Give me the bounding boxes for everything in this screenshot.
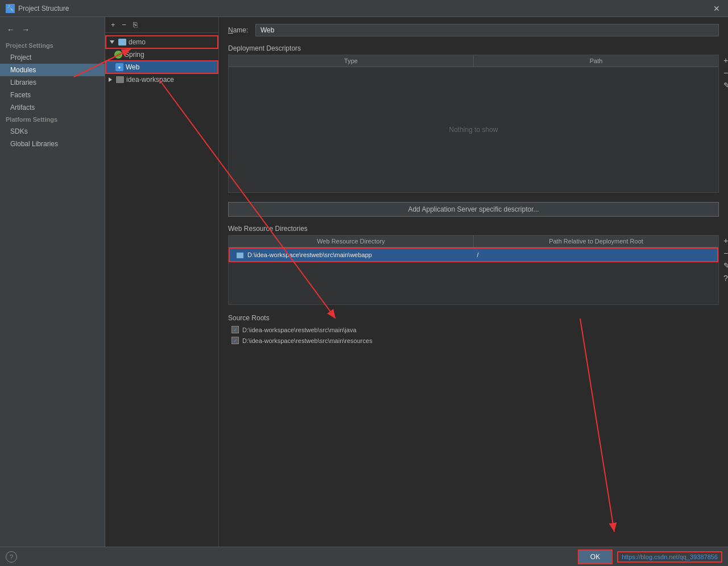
wr-dir-header: Web Resource Directory — [229, 236, 474, 247]
expand-icon-idea-workspace — [109, 77, 112, 82]
source-checkbox-0[interactable] — [231, 326, 239, 333]
sidebar-item-modules[interactable]: Modules — [0, 64, 105, 76]
wr-edit-button[interactable]: ✎ — [722, 260, 728, 271]
nav-toolbar: ← → — [0, 22, 105, 38]
tree-item-spring[interactable]: 🌿 Spring — [105, 49, 218, 60]
left-panel: ← → Project Settings Project Modules Lib… — [0, 17, 105, 566]
right-panel: Name: Deployment Descriptors Type Path N… — [219, 17, 728, 566]
title-bar: 🔧 Project Structure ✕ — [0, 0, 728, 17]
wr-cell-path: / — [474, 250, 714, 259]
source-roots-title: Source Roots — [228, 314, 719, 322]
source-checkbox-1[interactable] — [231, 337, 239, 344]
spring-icon: 🌿 — [114, 51, 122, 59]
wr-table-header: Web Resource Directory Path Relative to … — [229, 236, 718, 247]
name-label: Name: — [228, 26, 251, 34]
bottom-bar: ? OK https://blog.csdn.net/qq_39387856 — [0, 547, 728, 566]
tree-item-web-label: Web — [126, 63, 139, 71]
sidebar-item-sdks[interactable]: SDKs — [0, 125, 105, 138]
module-tree: demo 🌿 Spring ● Web idea-workspace — [105, 33, 218, 566]
wr-side-buttons: + − ✎ ? — [722, 235, 728, 284]
dd-type-header: Type — [229, 55, 474, 67]
sidebar-item-facets[interactable]: Facets — [0, 89, 105, 101]
wr-row-0[interactable]: D:\idea-workspace\restweb\src\main\webap… — [229, 247, 718, 262]
tree-item-idea-workspace-label: idea-workspace — [126, 76, 174, 84]
sidebar-item-artifacts[interactable]: Artifacts — [0, 101, 105, 114]
dd-add-button[interactable]: + — [722, 55, 728, 66]
window-title: Project Structure — [18, 5, 69, 13]
dd-edit-button[interactable]: ✎ — [722, 80, 728, 91]
folder-icon-idea-workspace — [116, 76, 124, 83]
add-descriptor-button[interactable]: Add Application Server specific descript… — [228, 202, 719, 217]
tree-item-web[interactable]: ● Web — [105, 60, 218, 74]
tree-item-demo-label: demo — [129, 38, 146, 46]
wr-body: D:\idea-workspace\restweb\src\main\webap… — [229, 247, 718, 304]
remove-module-button[interactable]: − — [120, 19, 129, 30]
sidebar-item-libraries[interactable]: Libraries — [0, 76, 105, 89]
deployment-descriptors-table: Type Path Nothing to show — [228, 55, 719, 193]
name-input[interactable] — [255, 24, 719, 36]
wr-table: Web Resource Directory Path Relative to … — [228, 235, 719, 305]
url-text: https://blog.csdn.net/qq_39387856 — [617, 551, 722, 563]
wr-folder-icon — [237, 253, 243, 258]
ok-button[interactable]: OK — [578, 550, 613, 564]
tree-item-demo[interactable]: demo — [105, 35, 218, 49]
wr-cell-dir: D:\idea-workspace\restweb\src\main\webap… — [233, 250, 474, 259]
deployment-descriptors-title: Deployment Descriptors — [228, 44, 719, 52]
folder-icon-demo — [118, 39, 126, 46]
dd-side-buttons: + − ✎ — [722, 55, 728, 91]
wr-dir-value: D:\idea-workspace\restweb\src\main\webap… — [247, 251, 372, 258]
deployment-descriptors-body: Nothing to show — [229, 67, 718, 192]
tree-toolbar: + − ⎘ — [105, 17, 218, 33]
dd-remove-button[interactable]: − — [722, 67, 728, 79]
close-button[interactable]: ✕ — [711, 3, 722, 14]
main-layout: ← → Project Settings Project Modules Lib… — [0, 17, 728, 566]
source-path-0: D:\idea-workspace\restweb\src\main\java — [242, 327, 357, 333]
tree-item-spring-label: Spring — [125, 51, 144, 59]
source-path-1: D:\idea-workspace\restweb\src\main\resou… — [242, 337, 373, 344]
nav-forward-button[interactable]: → — [19, 24, 32, 35]
source-roots-section: Source Roots D:\idea-workspace\restweb\s… — [228, 314, 719, 346]
source-row-1: D:\idea-workspace\restweb\src\main\resou… — [228, 335, 719, 346]
title-bar-left: 🔧 Project Structure — [6, 4, 69, 13]
sidebar-item-global-libraries[interactable]: Global Libraries — [0, 138, 105, 150]
deployment-descriptors-header: Type Path — [229, 55, 718, 67]
wr-path-header: Path Relative to Deployment Root — [474, 236, 718, 247]
nothing-to-show-text: Nothing to show — [449, 126, 498, 134]
wr-remove-button[interactable]: − — [722, 247, 728, 259]
copy-module-button[interactable]: ⎘ — [131, 19, 140, 30]
web-icon: ● — [115, 63, 123, 71]
platform-settings-header: Platform Settings — [0, 114, 105, 125]
module-tree-panel: + − ⎘ demo 🌿 Spring ● Web — [105, 17, 219, 566]
web-resource-directories-section: Web Resource Directories Web Resource Di… — [228, 225, 719, 305]
name-row: Name: — [228, 24, 719, 36]
app-icon: 🔧 — [6, 4, 15, 13]
bottom-help-button[interactable]: ? — [6, 551, 17, 563]
wr-help-button[interactable]: ? — [722, 272, 728, 284]
wr-add-button[interactable]: + — [722, 235, 728, 246]
expand-icon-demo — [110, 40, 114, 44]
bottom-right: OK https://blog.csdn.net/qq_39387856 — [578, 550, 722, 564]
sidebar-item-project[interactable]: Project — [0, 51, 105, 64]
wr-section-title: Web Resource Directories — [228, 225, 719, 233]
source-row-0: D:\idea-workspace\restweb\src\main\java — [228, 324, 719, 335]
tree-item-idea-workspace[interactable]: idea-workspace — [105, 74, 218, 85]
add-module-button[interactable]: + — [109, 19, 118, 30]
nav-back-button[interactable]: ← — [5, 24, 17, 35]
project-settings-header: Project Settings — [0, 40, 105, 51]
dd-path-header: Path — [474, 55, 718, 67]
